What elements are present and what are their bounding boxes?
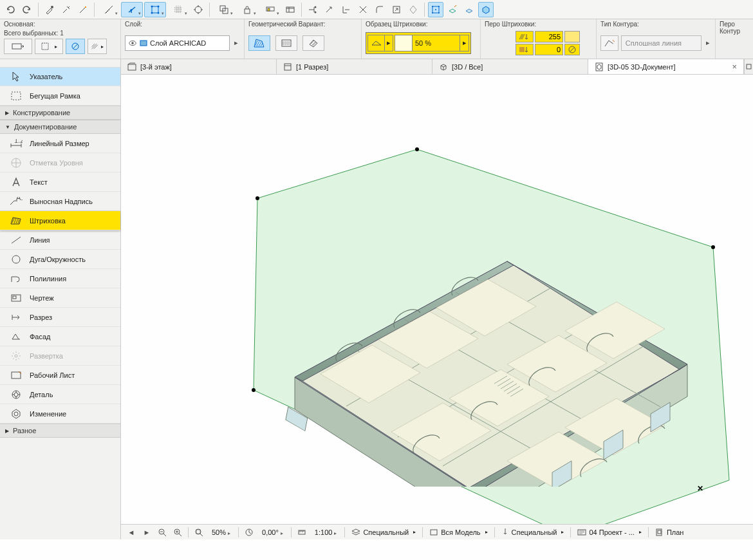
eyedropper-button[interactable] bbox=[42, 2, 57, 17]
zoom-fit-button[interactable] bbox=[192, 527, 205, 538]
selection-mode-button[interactable]: ▸ bbox=[35, 39, 63, 54]
adjust-button[interactable] bbox=[339, 2, 354, 17]
sidebar-header-misc[interactable]: ▶Разное bbox=[0, 424, 120, 438]
geom-rect-button[interactable] bbox=[275, 35, 297, 51]
trace-button[interactable] bbox=[478, 2, 494, 17]
sidebar-item-dimension[interactable]: 1.2 Линейный Размер bbox=[0, 134, 120, 153]
status-layers[interactable]: Специальный▸ bbox=[349, 528, 418, 536]
contour-toggle[interactable] bbox=[600, 35, 618, 51]
sidebar-item-interior[interactable]: Развертка bbox=[0, 346, 120, 366]
sidebar-item-drawing[interactable]: Чертеж bbox=[0, 288, 120, 308]
undo-button[interactable] bbox=[3, 2, 18, 17]
display-dropdown[interactable] bbox=[259, 2, 281, 17]
sidebar-item-text[interactable]: Текст bbox=[0, 173, 120, 192]
selection-settings-button[interactable] bbox=[4, 39, 32, 54]
polygon-node[interactable] bbox=[252, 388, 256, 392]
contour-type-combo[interactable]: Сплошная линия bbox=[621, 35, 702, 51]
sidebar-item-label[interactable]: A1 Выносная Надпись bbox=[0, 192, 120, 211]
sidebar-item-worksheet[interactable]: Рабочий Лист bbox=[0, 366, 120, 385]
intersect-button[interactable] bbox=[355, 2, 371, 17]
split-button[interactable] bbox=[405, 2, 421, 17]
deselect-button[interactable] bbox=[66, 39, 85, 54]
inject-button[interactable] bbox=[59, 2, 74, 17]
svg-text:A1: A1 bbox=[16, 197, 23, 201]
svg-rect-23 bbox=[12, 44, 21, 49]
group-dropdown[interactable] bbox=[213, 2, 235, 17]
view3d-button[interactable] bbox=[428, 2, 443, 17]
tab-floor3[interactable]: [3-й этаж] bbox=[121, 59, 277, 74]
show-hide-button[interactable] bbox=[283, 2, 298, 17]
tab-close-button[interactable]: × bbox=[732, 62, 737, 71]
fillet-button[interactable] bbox=[372, 2, 387, 17]
snap-toggle[interactable] bbox=[191, 2, 206, 17]
sidebar-item-hatch[interactable]: Штриховка bbox=[0, 211, 120, 230]
pen-fg-value[interactable] bbox=[535, 31, 563, 42]
resize-button[interactable] bbox=[389, 2, 404, 17]
zoom-prev-button[interactable]: ◄ bbox=[125, 527, 138, 538]
pen-fg-swatch[interactable] bbox=[564, 31, 580, 42]
hatch-type-button[interactable]: ▸ bbox=[88, 39, 107, 54]
gravity-button[interactable] bbox=[461, 2, 477, 17]
lock-dropdown[interactable] bbox=[236, 2, 258, 17]
extend-button[interactable] bbox=[322, 2, 337, 17]
hatch-category-arrow[interactable]: ▸ bbox=[384, 35, 393, 51]
snap-grid-dropdown[interactable] bbox=[144, 2, 166, 17]
orientation-button[interactable] bbox=[243, 527, 256, 538]
sidebar-item-arc[interactable]: Дуга/Окружность bbox=[0, 250, 120, 269]
status-pen[interactable]: Специальный▸ bbox=[499, 528, 567, 537]
layer-arrow[interactable]: ▸ bbox=[232, 39, 240, 47]
geom-rotrect-button[interactable] bbox=[302, 35, 324, 51]
status-project[interactable]: 04 Проект - ...▸ bbox=[575, 528, 644, 536]
tab-section1[interactable]: [1 Разрез] bbox=[277, 59, 432, 74]
sidebar-item-level[interactable]: Отметка Уровня bbox=[0, 153, 120, 173]
pen-bg-icon[interactable] bbox=[516, 44, 534, 55]
sidebar-item-section[interactable]: Разрез bbox=[0, 308, 120, 327]
viewport[interactable]: ✕ bbox=[121, 75, 753, 524]
tab-3d[interactable]: [3D / Все] bbox=[432, 59, 588, 74]
zoom-value[interactable]: 50% bbox=[208, 528, 234, 536]
plan-icon bbox=[655, 528, 664, 536]
sidebar-item-detail[interactable]: Деталь bbox=[0, 385, 120, 404]
hatch-pattern-arrow[interactable]: ▸ bbox=[460, 35, 469, 51]
zoom-in-button[interactable] bbox=[171, 527, 184, 538]
svg-point-15 bbox=[315, 11, 317, 13]
edit-plane-button[interactable] bbox=[445, 2, 460, 17]
geom-poly-button[interactable] bbox=[248, 35, 270, 51]
contour-arrow[interactable]: ▸ bbox=[704, 39, 711, 47]
layer-value: Слой ARCHICAD bbox=[150, 39, 206, 47]
scale-button[interactable] bbox=[295, 527, 308, 538]
pen-bg-value[interactable] bbox=[535, 44, 563, 55]
magic-wand-button[interactable] bbox=[75, 2, 91, 17]
hatch-category-button[interactable] bbox=[367, 35, 384, 51]
polygon-node[interactable] bbox=[256, 196, 259, 200]
angle-value[interactable]: 0,00° bbox=[258, 528, 287, 536]
layer-combo[interactable]: Слой ARCHICAD bbox=[125, 35, 230, 51]
sidebar-header-construct[interactable]: ▶Конструирование bbox=[0, 106, 120, 120]
sidebar-item-polyline[interactable]: Полилиния bbox=[0, 269, 120, 288]
sidebar-header-document[interactable]: ▼Документирование bbox=[0, 120, 120, 134]
ruler-dropdown[interactable] bbox=[98, 2, 120, 17]
hatch-swatch[interactable] bbox=[395, 35, 413, 51]
trim-button[interactable] bbox=[305, 2, 321, 17]
status-model[interactable]: Вся Модель▸ bbox=[427, 528, 490, 536]
sidebar-item-elevation[interactable]: Фасад bbox=[0, 327, 120, 346]
scale-value[interactable]: 1:100 bbox=[311, 528, 341, 536]
grid-dropdown[interactable] bbox=[167, 2, 189, 17]
polygon-node[interactable] bbox=[415, 147, 419, 151]
snap-perp-dropdown[interactable] bbox=[121, 2, 143, 17]
tab-3ddoc[interactable]: [3D-05 3D-Документ] × bbox=[588, 59, 744, 74]
hatch-opacity[interactable]: 50 % bbox=[413, 35, 460, 51]
sidebar-pointer[interactable]: Указатель bbox=[0, 67, 120, 86]
section-icon bbox=[9, 310, 23, 324]
zoom-next-button[interactable]: ► bbox=[140, 527, 153, 538]
sidebar-marquee[interactable]: Бегущая Рамка bbox=[0, 86, 120, 106]
polygon-node[interactable] bbox=[711, 245, 715, 249]
pen-fg-icon[interactable] bbox=[516, 31, 534, 42]
status-plan[interactable]: План bbox=[653, 528, 687, 536]
sidebar-item-change[interactable]: Изменение bbox=[0, 404, 120, 424]
pen-bg-swatch[interactable] bbox=[564, 44, 580, 55]
zoom-out-button[interactable] bbox=[156, 527, 169, 538]
tab-overflow[interactable] bbox=[744, 59, 753, 74]
redo-button[interactable] bbox=[19, 2, 35, 17]
sidebar-item-line[interactable]: Линия bbox=[0, 230, 120, 250]
